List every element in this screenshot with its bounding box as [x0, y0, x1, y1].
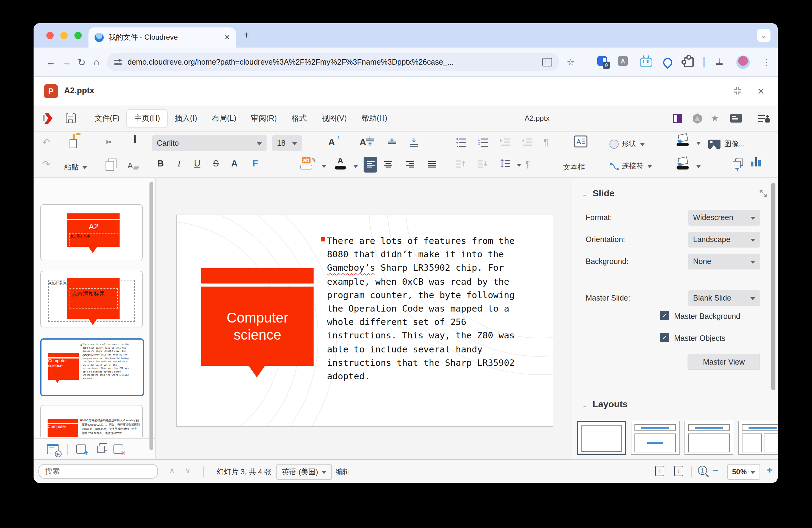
- clear-format-icon[interactable]: A: [128, 161, 133, 170]
- cut-icon[interactable]: ✂: [105, 137, 113, 147]
- shape-fill-caret[interactable]: [696, 142, 701, 147]
- master-background-checkbox[interactable]: [660, 311, 669, 320]
- underline-button[interactable]: U: [194, 159, 200, 168]
- slide-thumbnail-3[interactable]: Computer science There are lots of featu…: [40, 338, 144, 396]
- menu-review[interactable]: 审阅(R): [244, 110, 284, 127]
- zoom-in-icon[interactable]: +: [767, 465, 773, 476]
- duplicate-slide-panel-icon[interactable]: [97, 446, 105, 453]
- format-select[interactable]: Widescreen: [688, 210, 760, 226]
- increase-indent-icon[interactable]: [499, 137, 511, 148]
- menu-view[interactable]: 视图(V): [314, 110, 354, 127]
- menu-layout[interactable]: 布局(L): [204, 110, 244, 127]
- hexagon-plugin-icon[interactable]: [693, 114, 702, 124]
- font-size-select[interactable]: 18: [272, 135, 302, 151]
- connector-button[interactable]: 连接符: [609, 161, 652, 171]
- font-color-button[interactable]: A: [333, 157, 348, 169]
- home-icon[interactable]: ⌂: [93, 48, 99, 77]
- editor-logo[interactable]: [43, 112, 53, 124]
- paragraph-left-icon[interactable]: ¶: [525, 159, 530, 169]
- password-extension-icon[interactable]: 9: [597, 56, 607, 66]
- card-plugin-icon[interactable]: [730, 114, 742, 123]
- paste-button[interactable]: 粘贴: [64, 162, 87, 172]
- drop-extension-icon[interactable]: [661, 56, 674, 69]
- superscript-button[interactable]: A: [231, 159, 237, 168]
- install-icon[interactable]: [542, 58, 552, 66]
- start-slideshow-icon[interactable]: [47, 444, 59, 454]
- paragraph-mark-icon[interactable]: ¶: [543, 137, 549, 147]
- panel-scrollbar[interactable]: [149, 182, 153, 450]
- master-slide-select[interactable]: Blank Slide: [688, 290, 760, 306]
- fit-slide-icon[interactable]: ↑: [655, 466, 664, 476]
- highlight-caret[interactable]: [321, 165, 327, 170]
- decrease-indent-icon[interactable]: [522, 137, 533, 148]
- zoom-level-select[interactable]: 50%: [727, 464, 760, 480]
- expand-panel-icon[interactable]: [759, 189, 767, 198]
- favorites-plugin-icon[interactable]: ★: [711, 113, 719, 124]
- zoom-100-icon[interactable]: 1: [698, 466, 707, 475]
- search-next-icon[interactable]: ∨: [185, 466, 191, 475]
- textbox-icon[interactable]: A: [574, 135, 588, 148]
- menu-help[interactable]: 帮助(H): [354, 110, 395, 127]
- align-center-button[interactable]: [381, 157, 395, 172]
- textbox-label[interactable]: 文本框: [563, 162, 585, 172]
- sidebar-scrollbar[interactable]: [771, 183, 775, 390]
- menu-home[interactable]: 主页(H): [127, 110, 168, 127]
- site-info-icon[interactable]: [114, 59, 122, 66]
- slide-body-text[interactable]: There are lots of features from the 8080…: [327, 234, 528, 383]
- valign-middle-icon[interactable]: [387, 137, 397, 148]
- about-plugin-icon[interactable]: [758, 114, 770, 123]
- browser-menu-icon[interactable]: ⋮: [762, 57, 770, 67]
- master-objects-checkbox[interactable]: [660, 333, 669, 342]
- fit-width-icon[interactable]: ↓: [674, 466, 683, 476]
- profile-avatar[interactable]: [736, 56, 750, 69]
- shape-fill-button[interactable]: [675, 134, 690, 146]
- back-icon[interactable]: ←: [46, 48, 56, 77]
- italic-button[interactable]: I: [177, 159, 180, 169]
- tab-close-icon[interactable]: ✕: [224, 33, 230, 42]
- search-prev-icon[interactable]: ∧: [169, 466, 175, 475]
- menu-file[interactable]: 文件(F): [87, 110, 127, 127]
- highlight-color-button[interactable]: ab: [298, 157, 314, 169]
- chart-icon[interactable]: [751, 157, 761, 166]
- bullet-list-icon[interactable]: [456, 137, 467, 148]
- font-color-caret[interactable]: [353, 165, 358, 170]
- move-up-icon[interactable]: [456, 159, 467, 168]
- language-select[interactable]: 英语 (美国): [276, 464, 332, 480]
- background-select[interactable]: None: [688, 254, 760, 270]
- line-spacing-caret[interactable]: [517, 164, 522, 169]
- line-spacing-icon[interactable]: [499, 159, 511, 168]
- slide-canvas[interactable]: Computer science There are lots of featu…: [156, 178, 571, 459]
- layout-two-content[interactable]: [738, 421, 778, 455]
- slide-title-box[interactable]: Computer science: [201, 287, 314, 366]
- save-icon[interactable]: [66, 114, 76, 123]
- slide-thumbnail-4[interactable]: Computer 8080 芯片的很多功能都没有加入 Gameboy 的夏普 L…: [40, 405, 143, 437]
- layout-title-slide[interactable]: [631, 421, 680, 455]
- align-right-button[interactable]: [403, 157, 417, 172]
- increase-font-icon[interactable]: A: [328, 137, 335, 147]
- downloads-icon[interactable]: ↓: [715, 57, 723, 65]
- paste-icon[interactable]: [73, 134, 75, 147]
- align-justify-button[interactable]: [425, 157, 439, 172]
- shape-outline-button[interactable]: [675, 157, 690, 169]
- slide-thumbnail-2[interactable]: ●点击添加文字 点击添加标题: [40, 271, 143, 328]
- collapse-icon[interactable]: [733, 86, 742, 96]
- slide-editor[interactable]: Computer science There are lots of featu…: [176, 215, 553, 427]
- slide-thumbnail-1[interactable]: A2 点击添加文字: [40, 204, 143, 260]
- subscript-button[interactable]: F: [252, 159, 258, 168]
- image-button[interactable]: 图像...: [708, 139, 745, 149]
- layout-title-content[interactable]: [684, 421, 733, 455]
- undo-icon[interactable]: ↶: [42, 138, 50, 148]
- forward-icon[interactable]: →: [62, 48, 71, 77]
- shapes-button[interactable]: 形状: [609, 139, 645, 149]
- new-tab-button[interactable]: +: [243, 29, 249, 42]
- url-text[interactable]: demo.cloudreve.org/home?path=cloudreve%3…: [128, 58, 537, 66]
- slide-accent-bar[interactable]: [201, 268, 314, 284]
- numbered-list-icon[interactable]: 12: [478, 137, 489, 148]
- a-extension-icon[interactable]: A: [618, 56, 628, 66]
- strikethrough-button[interactable]: S: [213, 159, 219, 168]
- valign-bottom-icon[interactable]: [409, 137, 419, 148]
- bookmark-star-icon[interactable]: ☆: [567, 48, 575, 77]
- traffic-light-close[interactable]: [46, 32, 54, 39]
- menu-format[interactable]: 格式: [284, 110, 314, 127]
- theme-plugin-icon[interactable]: [673, 114, 682, 123]
